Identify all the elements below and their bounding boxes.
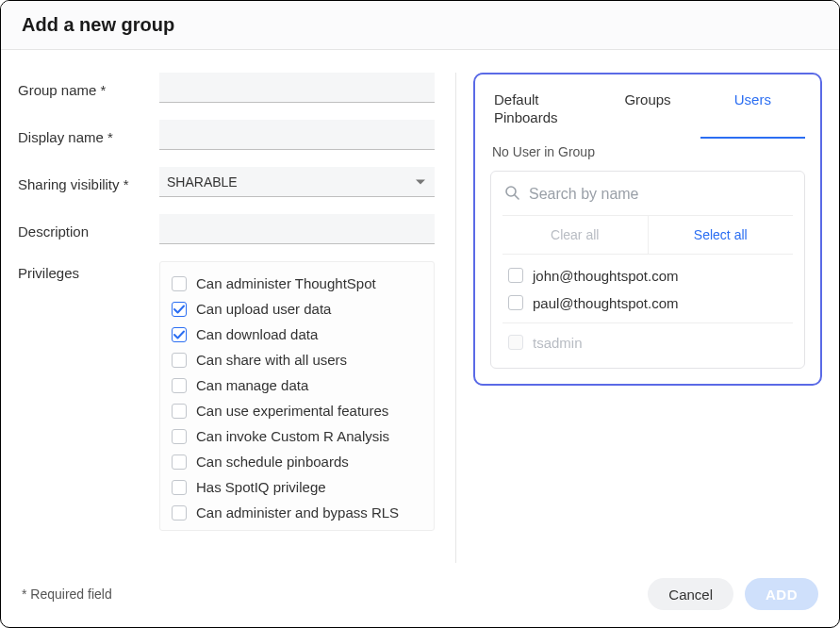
user-search-input[interactable] bbox=[527, 185, 791, 204]
membership-column: Default Pinboards Groups Users No User i… bbox=[460, 73, 822, 563]
privilege-row: Can administer and bypass RLS bbox=[172, 504, 422, 521]
privileges-box: Can administer ThoughtSpotCan upload use… bbox=[159, 261, 435, 531]
user-list: john@thoughtspot.compaul@thoughtspot.com bbox=[502, 262, 793, 317]
user-item: john@thoughtspot.com bbox=[502, 262, 793, 289]
group-name-row: Group name * bbox=[18, 73, 435, 103]
svg-line-1 bbox=[515, 195, 519, 199]
description-label: Description bbox=[18, 220, 159, 240]
description-row: Description bbox=[18, 214, 435, 244]
privilege-row: Can invoke Custom R Analysis bbox=[172, 428, 422, 444]
user-list-separator bbox=[502, 322, 793, 323]
privilege-row: Can share with all users bbox=[172, 352, 422, 368]
user-label: john@thoughtspot.com bbox=[533, 268, 679, 284]
user-label: paul@thoughtspot.com bbox=[533, 295, 679, 311]
privilege-label: Can invoke Custom R Analysis bbox=[196, 428, 389, 444]
clear-all-button[interactable]: Clear all bbox=[502, 216, 649, 254]
privilege-label: Can administer and bypass RLS bbox=[196, 504, 399, 521]
privilege-row: Can schedule pinboards bbox=[172, 454, 422, 470]
select-all-button[interactable]: Select all bbox=[649, 216, 794, 254]
privilege-row: Can download data bbox=[172, 326, 422, 342]
vertical-divider bbox=[455, 73, 456, 563]
privilege-row: Can use experimental features bbox=[172, 403, 422, 419]
privilege-checkbox[interactable] bbox=[172, 404, 187, 419]
sharing-visibility-label: Sharing visibility * bbox=[18, 173, 159, 192]
display-name-row: Display name * bbox=[18, 120, 435, 150]
sharing-visibility-value: SHARABLE bbox=[167, 174, 238, 190]
dialog-footer: * Required field Cancel ADD bbox=[1, 569, 839, 627]
dialog-body: Group name * Display name * Sharing visi… bbox=[1, 50, 839, 569]
add-group-dialog: Add a new group Group name * Display nam… bbox=[0, 0, 840, 628]
user-list-disabled: tsadmin bbox=[502, 329, 793, 356]
privilege-checkbox[interactable] bbox=[172, 353, 187, 368]
privileges-row: Privileges Can administer ThoughtSpotCan… bbox=[18, 261, 435, 531]
tab-groups[interactable]: Groups bbox=[595, 86, 700, 139]
user-action-row: Clear all Select all bbox=[502, 215, 793, 255]
user-checkbox[interactable] bbox=[508, 295, 523, 310]
user-item: paul@thoughtspot.com bbox=[502, 289, 793, 317]
user-item: tsadmin bbox=[502, 329, 793, 356]
membership-panel: Default Pinboards Groups Users No User i… bbox=[473, 73, 822, 386]
privilege-checkbox[interactable] bbox=[172, 480, 187, 495]
privilege-label: Can administer ThoughtSpot bbox=[196, 275, 376, 291]
privilege-checkbox[interactable] bbox=[172, 327, 187, 342]
add-button[interactable]: ADD bbox=[745, 578, 818, 610]
user-checkbox bbox=[508, 335, 523, 350]
privilege-row: Can manage data bbox=[172, 377, 422, 393]
privilege-label: Has SpotIQ privilege bbox=[196, 479, 326, 495]
privilege-label: Can download data bbox=[196, 326, 318, 342]
tab-default-pinboards[interactable]: Default Pinboards bbox=[490, 86, 595, 139]
description-input[interactable] bbox=[159, 214, 435, 244]
privilege-checkbox[interactable] bbox=[172, 276, 187, 291]
search-icon bbox=[504, 185, 519, 204]
privilege-label: Can use experimental features bbox=[196, 403, 388, 419]
display-name-label: Display name * bbox=[18, 125, 159, 145]
sharing-visibility-row: Sharing visibility * SHARABLE bbox=[18, 167, 435, 197]
required-field-note: * Required field bbox=[22, 587, 112, 602]
privilege-row: Can administer ThoughtSpot bbox=[172, 275, 422, 291]
privilege-checkbox[interactable] bbox=[172, 378, 187, 393]
user-search-row bbox=[502, 181, 793, 213]
sharing-visibility-select[interactable]: SHARABLE bbox=[159, 167, 435, 197]
no-user-note: No User in Group bbox=[492, 144, 805, 159]
privilege-checkbox[interactable] bbox=[172, 505, 187, 521]
privilege-label: Can schedule pinboards bbox=[196, 454, 349, 470]
form-column: Group name * Display name * Sharing visi… bbox=[18, 73, 452, 563]
privileges-label: Privileges bbox=[18, 261, 159, 281]
privilege-label: Can share with all users bbox=[196, 352, 347, 368]
privilege-row: Can upload user data bbox=[172, 301, 422, 317]
user-label: tsadmin bbox=[533, 335, 583, 351]
membership-tabs: Default Pinboards Groups Users bbox=[490, 86, 805, 139]
chevron-down-icon bbox=[416, 179, 425, 184]
cancel-button[interactable]: Cancel bbox=[648, 578, 733, 610]
group-name-label: Group name * bbox=[18, 78, 159, 98]
tab-users[interactable]: Users bbox=[700, 86, 805, 139]
privilege-row: Has SpotIQ privilege bbox=[172, 479, 422, 495]
dialog-header: Add a new group bbox=[1, 1, 839, 50]
dialog-title: Add a new group bbox=[22, 14, 818, 36]
privilege-checkbox[interactable] bbox=[172, 454, 187, 470]
privilege-label: Can upload user data bbox=[196, 301, 331, 317]
user-checkbox[interactable] bbox=[508, 268, 523, 283]
display-name-input[interactable] bbox=[159, 120, 435, 150]
privilege-checkbox[interactable] bbox=[172, 302, 187, 317]
privilege-checkbox[interactable] bbox=[172, 429, 187, 444]
group-name-input[interactable] bbox=[159, 73, 435, 103]
user-selection-box: Clear all Select all john@thoughtspot.co… bbox=[490, 171, 805, 369]
privilege-label: Can manage data bbox=[196, 377, 308, 393]
